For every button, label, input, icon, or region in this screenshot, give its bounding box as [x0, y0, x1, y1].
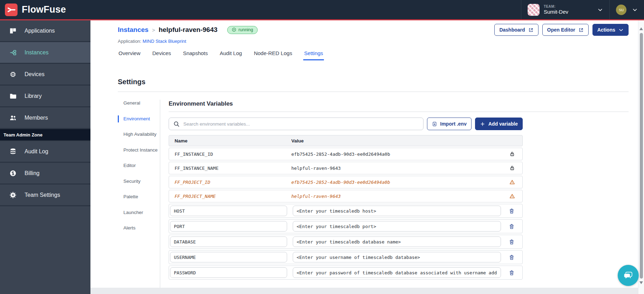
brand-name: FlowFuse — [22, 4, 66, 15]
env-var-value-input[interactable] — [293, 221, 501, 232]
settings-body: General Environment High Availability Pr… — [118, 100, 629, 294]
dashboard-button[interactable]: Dashboard — [494, 24, 538, 36]
env-var-name-input[interactable] — [170, 221, 287, 232]
delete-variable-button[interactable] — [509, 239, 515, 245]
search-input[interactable] — [183, 121, 419, 127]
actions-button-label: Actions — [597, 27, 615, 33]
add-variable-button[interactable]: Add variable — [475, 118, 523, 130]
env-var-row-editable — [169, 250, 523, 264]
lock-icon — [509, 165, 515, 171]
env-var-value-input[interactable] — [293, 267, 501, 278]
tab[interactable]: Overview — [118, 49, 141, 60]
applications-icon — [9, 27, 17, 35]
lock-icon — [509, 151, 515, 157]
env-var-row-locked: FF_INSTANCE_ID efb75425-2852-4adb-90d3-e… — [169, 148, 523, 160]
sidebar-item-instances[interactable]: Instances — [0, 42, 90, 64]
sidebar-item-team-settings[interactable]: Team Settings — [0, 185, 90, 206]
delete-variable-button[interactable] — [509, 223, 515, 229]
env-var-name-input[interactable] — [170, 252, 287, 262]
running-icon — [232, 27, 236, 32]
open-editor-button-label: Open Editor — [547, 27, 575, 33]
delete-variable-button[interactable] — [509, 254, 515, 260]
team-name: Sumit-Dev — [544, 9, 568, 15]
devices-icon — [9, 71, 17, 78]
sidebar-item-label: Billing — [25, 170, 40, 176]
environment-title: Environment Variables — [169, 100, 629, 107]
sidebar-item-applications[interactable]: Applications — [0, 20, 90, 42]
sidebar-item-audit-log[interactable]: Audit Log — [0, 141, 90, 163]
sidebar-item-members[interactable]: Members — [0, 107, 90, 129]
chevron-down-icon — [632, 7, 638, 13]
search-icon — [173, 121, 180, 127]
sidebar-item-devices[interactable]: Devices — [0, 64, 90, 86]
env-table-header: Name Value — [169, 135, 523, 146]
settings-subnav-item[interactable]: Launcher — [118, 209, 160, 216]
scrollbar[interactable] — [638, 20, 644, 294]
actions-button[interactable]: Actions — [592, 24, 629, 36]
trash-icon — [509, 208, 515, 214]
application-label: Application: — [118, 39, 141, 44]
sidebar-item-library[interactable]: Library — [0, 86, 90, 107]
settings-subnav-item[interactable]: Security — [118, 178, 160, 185]
env-var-name-input[interactable] — [170, 236, 287, 247]
sidebar-item-label: Devices — [25, 71, 45, 78]
dashboard-button-label: Dashboard — [499, 27, 525, 33]
tab[interactable]: Snapshots — [182, 49, 209, 60]
env-var-name: FF_PROJECT_NAME — [169, 194, 291, 199]
sidebar: Applications Instances Devices Library — [0, 20, 90, 294]
env-var-name-input[interactable] — [170, 206, 287, 216]
settings-subnav-item[interactable]: Palette — [118, 193, 160, 201]
column-header-name: Name — [169, 138, 291, 143]
env-var-row-editable — [169, 204, 523, 218]
env-var-value: efb75425-2852-4adb-90d3-ee0d26494a0b — [291, 152, 502, 157]
breadcrumb-separator: > — [152, 27, 155, 33]
settings-subnav-item[interactable]: General — [118, 100, 160, 107]
search-box — [169, 118, 423, 130]
settings-subnav-item[interactable]: Environment — [118, 115, 160, 123]
team-selector[interactable]: TEAM: Sumit-Dev — [521, 0, 609, 19]
chevron-down-icon — [618, 27, 624, 33]
delete-variable-button[interactable] — [509, 270, 515, 276]
settings-subnav-item[interactable]: Protect Instance — [118, 147, 160, 154]
trash-icon — [509, 270, 515, 276]
env-var-value-input[interactable] — [293, 236, 501, 247]
instance-name: helpful-raven-9643 — [158, 26, 217, 34]
env-var-row-editable — [169, 266, 523, 280]
settings-subnav-item[interactable]: Editor — [118, 162, 160, 169]
instances-icon — [9, 49, 17, 56]
database-icon — [9, 148, 17, 155]
scrollbar-thumb[interactable] — [640, 33, 643, 279]
tab[interactable]: Audit Log — [219, 49, 243, 60]
team-label: TEAM: — [544, 5, 568, 9]
env-var-value: efb75425-2852-4adb-90d3-ee0d26494a0b — [291, 180, 502, 185]
settings-subnav-item[interactable]: High Availability — [118, 131, 160, 138]
env-var-name: FF_INSTANCE_NAME — [169, 166, 291, 171]
header-right: TEAM: Sumit-Dev su — [521, 0, 644, 19]
environment-panel: Environment Variables Import .env — [160, 100, 629, 294]
chat-widget-button[interactable] — [618, 265, 639, 286]
warning-icon — [509, 179, 515, 185]
column-header-value: Value — [291, 138, 502, 143]
env-var-name-input[interactable] — [170, 267, 287, 278]
sidebar-item-billing[interactable]: Billing — [0, 163, 90, 185]
dollar-icon — [9, 169, 17, 177]
import-file-icon — [432, 121, 437, 127]
scroll-up-arrow-icon[interactable] — [639, 27, 643, 30]
divider — [118, 92, 629, 92]
external-link-icon — [528, 27, 534, 33]
breadcrumb-instances-link[interactable]: Instances — [118, 26, 149, 34]
tab[interactable]: Settings — [303, 49, 324, 60]
open-editor-button[interactable]: Open Editor — [542, 24, 589, 36]
delete-variable-button[interactable] — [509, 208, 515, 214]
user-menu[interactable]: su — [609, 0, 644, 19]
env-var-value-input[interactable] — [293, 252, 501, 262]
tab[interactable]: Devices — [152, 49, 172, 60]
sidebar-item-label: Instances — [25, 49, 48, 56]
settings-subnav-item[interactable]: Alerts — [118, 225, 160, 232]
tab[interactable]: Node-RED Logs — [253, 49, 293, 60]
scroll-down-arrow-icon[interactable] — [639, 281, 643, 284]
env-var-value-input[interactable] — [293, 206, 501, 216]
application-link[interactable]: MIND Stack Blueprint — [143, 39, 186, 44]
import-env-button[interactable]: Import .env — [427, 118, 472, 130]
brand[interactable]: FlowFuse — [5, 4, 66, 16]
